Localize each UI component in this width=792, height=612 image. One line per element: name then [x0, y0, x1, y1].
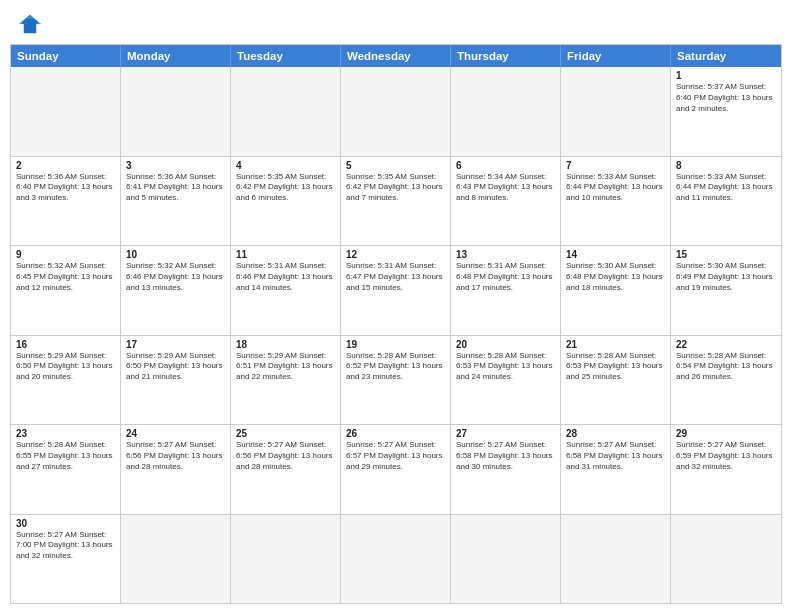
- day-cell-4: 4Sunrise: 5:35 AM Sunset: 6:42 PM Daylig…: [231, 157, 341, 246]
- day-info: Sunrise: 5:27 AM Sunset: 7:00 PM Dayligh…: [16, 530, 115, 562]
- day-cell-1: 1Sunrise: 5:37 AM Sunset: 6:40 PM Daylig…: [671, 67, 781, 156]
- day-info: Sunrise: 5:31 AM Sunset: 6:47 PM Dayligh…: [346, 261, 445, 293]
- generalblue-logo-icon: [16, 10, 44, 38]
- day-header-sunday: Sunday: [11, 45, 121, 67]
- day-cell-13: 13Sunrise: 5:31 AM Sunset: 6:48 PM Dayli…: [451, 246, 561, 335]
- day-info: Sunrise: 5:37 AM Sunset: 6:40 PM Dayligh…: [676, 82, 776, 114]
- day-number: 23: [16, 428, 115, 439]
- day-info: Sunrise: 5:27 AM Sunset: 6:58 PM Dayligh…: [566, 440, 665, 472]
- day-header-wednesday: Wednesday: [341, 45, 451, 67]
- day-number: 17: [126, 339, 225, 350]
- day-number: 5: [346, 160, 445, 171]
- day-info: Sunrise: 5:28 AM Sunset: 6:54 PM Dayligh…: [676, 351, 776, 383]
- empty-day-cell: [451, 515, 561, 604]
- day-number: 6: [456, 160, 555, 171]
- day-number: 20: [456, 339, 555, 350]
- day-number: 27: [456, 428, 555, 439]
- empty-day-cell: [671, 515, 781, 604]
- day-info: Sunrise: 5:36 AM Sunset: 6:40 PM Dayligh…: [16, 172, 115, 204]
- day-header-monday: Monday: [121, 45, 231, 67]
- day-cell-30: 30Sunrise: 5:27 AM Sunset: 7:00 PM Dayli…: [11, 515, 121, 604]
- page: SundayMondayTuesdayWednesdayThursdayFrid…: [0, 0, 792, 612]
- day-number: 24: [126, 428, 225, 439]
- day-cell-20: 20Sunrise: 5:28 AM Sunset: 6:53 PM Dayli…: [451, 336, 561, 425]
- day-info: Sunrise: 5:32 AM Sunset: 6:46 PM Dayligh…: [126, 261, 225, 293]
- day-info: Sunrise: 5:27 AM Sunset: 6:59 PM Dayligh…: [676, 440, 776, 472]
- day-cell-18: 18Sunrise: 5:29 AM Sunset: 6:51 PM Dayli…: [231, 336, 341, 425]
- day-info: Sunrise: 5:27 AM Sunset: 6:56 PM Dayligh…: [126, 440, 225, 472]
- empty-day-cell: [341, 67, 451, 156]
- day-number: 14: [566, 249, 665, 260]
- day-info: Sunrise: 5:29 AM Sunset: 6:50 PM Dayligh…: [16, 351, 115, 383]
- day-cell-23: 23Sunrise: 5:28 AM Sunset: 6:55 PM Dayli…: [11, 425, 121, 514]
- week-row-4: 16Sunrise: 5:29 AM Sunset: 6:50 PM Dayli…: [11, 336, 781, 426]
- day-number: 3: [126, 160, 225, 171]
- empty-day-cell: [231, 67, 341, 156]
- day-cell-11: 11Sunrise: 5:31 AM Sunset: 6:46 PM Dayli…: [231, 246, 341, 335]
- day-number: 11: [236, 249, 335, 260]
- week-row-1: 1Sunrise: 5:37 AM Sunset: 6:40 PM Daylig…: [11, 67, 781, 157]
- day-cell-27: 27Sunrise: 5:27 AM Sunset: 6:58 PM Dayli…: [451, 425, 561, 514]
- day-cell-9: 9Sunrise: 5:32 AM Sunset: 6:45 PM Daylig…: [11, 246, 121, 335]
- day-number: 4: [236, 160, 335, 171]
- day-number: 22: [676, 339, 776, 350]
- day-info: Sunrise: 5:31 AM Sunset: 6:46 PM Dayligh…: [236, 261, 335, 293]
- day-header-thursday: Thursday: [451, 45, 561, 67]
- day-number: 19: [346, 339, 445, 350]
- day-number: 18: [236, 339, 335, 350]
- day-info: Sunrise: 5:35 AM Sunset: 6:42 PM Dayligh…: [346, 172, 445, 204]
- day-number: 25: [236, 428, 335, 439]
- weeks-container: 1Sunrise: 5:37 AM Sunset: 6:40 PM Daylig…: [11, 67, 781, 603]
- day-info: Sunrise: 5:28 AM Sunset: 6:52 PM Dayligh…: [346, 351, 445, 383]
- empty-day-cell: [11, 67, 121, 156]
- day-cell-10: 10Sunrise: 5:32 AM Sunset: 6:46 PM Dayli…: [121, 246, 231, 335]
- day-number: 16: [16, 339, 115, 350]
- week-row-3: 9Sunrise: 5:32 AM Sunset: 6:45 PM Daylig…: [11, 246, 781, 336]
- day-cell-14: 14Sunrise: 5:30 AM Sunset: 6:48 PM Dayli…: [561, 246, 671, 335]
- day-info: Sunrise: 5:29 AM Sunset: 6:50 PM Dayligh…: [126, 351, 225, 383]
- day-info: Sunrise: 5:33 AM Sunset: 6:44 PM Dayligh…: [676, 172, 776, 204]
- day-number: 21: [566, 339, 665, 350]
- day-info: Sunrise: 5:28 AM Sunset: 6:53 PM Dayligh…: [456, 351, 555, 383]
- day-info: Sunrise: 5:27 AM Sunset: 6:56 PM Dayligh…: [236, 440, 335, 472]
- week-row-5: 23Sunrise: 5:28 AM Sunset: 6:55 PM Dayli…: [11, 425, 781, 515]
- day-info: Sunrise: 5:28 AM Sunset: 6:55 PM Dayligh…: [16, 440, 115, 472]
- day-number: 13: [456, 249, 555, 260]
- day-cell-25: 25Sunrise: 5:27 AM Sunset: 6:56 PM Dayli…: [231, 425, 341, 514]
- day-info: Sunrise: 5:30 AM Sunset: 6:48 PM Dayligh…: [566, 261, 665, 293]
- empty-day-cell: [341, 515, 451, 604]
- day-info: Sunrise: 5:33 AM Sunset: 6:44 PM Dayligh…: [566, 172, 665, 204]
- day-cell-28: 28Sunrise: 5:27 AM Sunset: 6:58 PM Dayli…: [561, 425, 671, 514]
- day-info: Sunrise: 5:28 AM Sunset: 6:53 PM Dayligh…: [566, 351, 665, 383]
- day-number: 8: [676, 160, 776, 171]
- day-cell-29: 29Sunrise: 5:27 AM Sunset: 6:59 PM Dayli…: [671, 425, 781, 514]
- day-info: Sunrise: 5:36 AM Sunset: 6:41 PM Dayligh…: [126, 172, 225, 204]
- day-header-saturday: Saturday: [671, 45, 781, 67]
- day-cell-26: 26Sunrise: 5:27 AM Sunset: 6:57 PM Dayli…: [341, 425, 451, 514]
- day-info: Sunrise: 5:31 AM Sunset: 6:48 PM Dayligh…: [456, 261, 555, 293]
- day-info: Sunrise: 5:34 AM Sunset: 6:43 PM Dayligh…: [456, 172, 555, 204]
- empty-day-cell: [451, 67, 561, 156]
- day-cell-8: 8Sunrise: 5:33 AM Sunset: 6:44 PM Daylig…: [671, 157, 781, 246]
- day-cell-22: 22Sunrise: 5:28 AM Sunset: 6:54 PM Dayli…: [671, 336, 781, 425]
- day-number: 29: [676, 428, 776, 439]
- day-header-tuesday: Tuesday: [231, 45, 341, 67]
- day-header-friday: Friday: [561, 45, 671, 67]
- day-info: Sunrise: 5:27 AM Sunset: 6:58 PM Dayligh…: [456, 440, 555, 472]
- day-info: Sunrise: 5:35 AM Sunset: 6:42 PM Dayligh…: [236, 172, 335, 204]
- day-cell-19: 19Sunrise: 5:28 AM Sunset: 6:52 PM Dayli…: [341, 336, 451, 425]
- day-info: Sunrise: 5:30 AM Sunset: 6:49 PM Dayligh…: [676, 261, 776, 293]
- day-number: 2: [16, 160, 115, 171]
- day-cell-2: 2Sunrise: 5:36 AM Sunset: 6:40 PM Daylig…: [11, 157, 121, 246]
- day-cell-16: 16Sunrise: 5:29 AM Sunset: 6:50 PM Dayli…: [11, 336, 121, 425]
- day-cell-5: 5Sunrise: 5:35 AM Sunset: 6:42 PM Daylig…: [341, 157, 451, 246]
- day-cell-24: 24Sunrise: 5:27 AM Sunset: 6:56 PM Dayli…: [121, 425, 231, 514]
- day-cell-12: 12Sunrise: 5:31 AM Sunset: 6:47 PM Dayli…: [341, 246, 451, 335]
- week-row-6: 30Sunrise: 5:27 AM Sunset: 7:00 PM Dayli…: [11, 515, 781, 604]
- empty-day-cell: [121, 515, 231, 604]
- calendar: SundayMondayTuesdayWednesdayThursdayFrid…: [10, 44, 782, 604]
- day-number: 26: [346, 428, 445, 439]
- day-number: 10: [126, 249, 225, 260]
- day-headers-row: SundayMondayTuesdayWednesdayThursdayFrid…: [11, 45, 781, 67]
- day-number: 12: [346, 249, 445, 260]
